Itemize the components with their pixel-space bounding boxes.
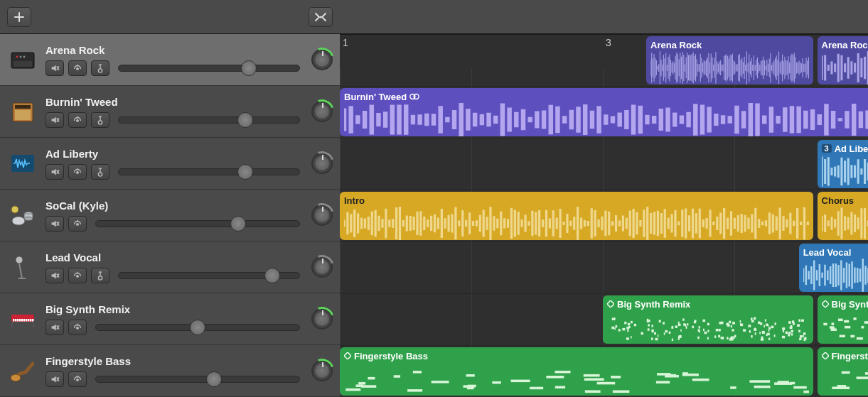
svg-rect-129 <box>707 330 709 332</box>
track-name: Burnin' Tweed <box>45 96 304 108</box>
svg-rect-163 <box>759 332 761 335</box>
track-lane-arena-rock[interactable]: Arena RockArena Rock #01.2 <box>340 35 868 87</box>
svg-point-6 <box>76 67 79 70</box>
track-lane-big-synth[interactable]: Big Synth RemixBig Synth Remix <box>340 294 868 346</box>
region[interactable]: Big Synth Remix <box>818 295 868 344</box>
volume-slider[interactable] <box>118 168 300 175</box>
track-lane-socal-kyle[interactable]: IntroChorus <box>340 190 868 242</box>
volume-thumb[interactable] <box>237 112 253 128</box>
rec-button[interactable] <box>91 164 109 180</box>
solo-button[interactable] <box>68 268 87 283</box>
region[interactable]: Chorus <box>818 192 868 240</box>
svg-rect-183 <box>751 320 754 323</box>
svg-rect-73 <box>675 325 677 328</box>
volume-thumb[interactable] <box>206 371 222 387</box>
svg-rect-89 <box>663 322 665 325</box>
svg-rect-70 <box>765 319 766 322</box>
svg-point-5 <box>23 56 26 58</box>
svg-rect-348 <box>793 386 806 389</box>
mute-button[interactable] <box>45 60 64 76</box>
mute-button[interactable] <box>45 371 64 387</box>
svg-rect-35 <box>32 319 33 322</box>
mute-button[interactable] <box>45 320 64 335</box>
pan-knob[interactable] <box>311 49 333 70</box>
volume-slider[interactable] <box>118 272 300 279</box>
track-lane-ad-liberty[interactable]: 3Ad Liberty: Prise 3 (3 prises) <box>340 138 868 190</box>
track-header-ad-liberty[interactable]: Ad Liberty <box>0 138 340 190</box>
pan-knob[interactable] <box>311 101 333 122</box>
svg-point-15 <box>98 172 102 175</box>
volume-thumb[interactable] <box>230 216 246 232</box>
track-lane-burnin-tweed[interactable]: Burnin' Tweed <box>340 87 868 138</box>
svg-rect-138 <box>687 323 688 326</box>
region[interactable]: Fingerstyle Bass <box>340 347 813 396</box>
svg-rect-68 <box>731 325 732 328</box>
svg-point-4 <box>20 56 22 58</box>
waveform <box>803 259 868 292</box>
svg-rect-289 <box>838 319 843 322</box>
mute-button[interactable] <box>45 112 64 128</box>
svg-rect-167 <box>791 330 793 333</box>
region[interactable]: Burnin' Tweed <box>340 88 868 136</box>
region[interactable]: Lead Vocal <box>799 244 868 292</box>
pan-knob[interactable] <box>311 205 333 226</box>
mute-button[interactable] <box>45 216 64 232</box>
track-lane-lead-vocal[interactable]: Lead VocalLead <box>340 242 868 294</box>
solo-button[interactable] <box>68 164 87 180</box>
track-header-fingerstyle-bass[interactable]: Fingerstyle Bass <box>0 345 340 397</box>
rec-button[interactable] <box>91 112 109 128</box>
volume-slider[interactable] <box>95 376 300 383</box>
region-label: Big Synth Remix <box>832 299 868 310</box>
svg-rect-175 <box>626 337 629 340</box>
region[interactable]: 3Ad Liberty: Prise 3 (3 prises) <box>818 140 868 188</box>
svg-rect-61 <box>751 317 753 320</box>
take-badge: 3 <box>822 144 832 153</box>
solo-button[interactable] <box>68 60 87 76</box>
pan-knob[interactable] <box>311 256 333 278</box>
svg-rect-141 <box>707 323 709 326</box>
plus-icon <box>14 12 24 22</box>
svg-rect-247 <box>850 335 854 338</box>
solo-button[interactable] <box>68 371 87 387</box>
volume-thumb[interactable] <box>241 60 257 76</box>
solo-button[interactable] <box>68 112 87 128</box>
filter-button[interactable] <box>309 7 333 27</box>
track-header-arena-rock[interactable]: Arena Rock <box>0 34 340 86</box>
solo-button[interactable] <box>68 216 87 232</box>
region[interactable]: Intro <box>340 192 813 240</box>
mute-button[interactable] <box>45 268 64 283</box>
region[interactable]: Arena Rock #01.2 <box>818 36 868 85</box>
waveform <box>650 51 809 85</box>
pan-knob[interactable] <box>311 153 333 174</box>
add-track-button[interactable] <box>7 7 31 27</box>
volume-slider[interactable] <box>118 116 300 124</box>
solo-button[interactable] <box>68 320 87 335</box>
svg-point-23 <box>76 274 79 277</box>
volume-slider[interactable] <box>118 65 300 72</box>
region[interactable]: Fingerstyle Bass <box>818 347 868 396</box>
pan-knob[interactable] <box>311 360 333 381</box>
volume-thumb[interactable] <box>190 320 205 335</box>
track-lane-fingerstyle-bass[interactable]: Fingerstyle BassFingerstyle Bass <box>340 346 868 397</box>
track-name: Arena Rock <box>45 44 304 56</box>
track-header-burnin-tweed[interactable]: Burnin' Tweed <box>0 86 340 138</box>
track-header-socal-kyle[interactable]: SoCal (Kyle) <box>0 190 340 241</box>
mute-button[interactable] <box>45 164 64 180</box>
volume-slider[interactable] <box>95 220 300 227</box>
diamond-icon <box>607 300 614 308</box>
region[interactable]: Big Synth Remix <box>603 295 813 344</box>
svg-rect-146 <box>740 323 741 326</box>
rec-button[interactable] <box>91 60 109 76</box>
pan-knob[interactable] <box>311 308 333 330</box>
volume-thumb[interactable] <box>264 268 280 283</box>
track-header-big-synth[interactable]: Big Synth Remix <box>0 293 340 345</box>
svg-rect-115 <box>692 326 694 329</box>
rec-button[interactable] <box>91 268 109 283</box>
volume-thumb[interactable] <box>237 164 253 180</box>
timeline-area[interactable]: 1357 Arena RockArena Rock #01.2Burnin' T… <box>340 34 868 397</box>
svg-rect-79 <box>743 329 746 332</box>
volume-slider[interactable] <box>95 324 300 331</box>
track-header-lead-vocal[interactable]: Lead Vocal <box>0 241 340 293</box>
region[interactable]: Arena Rock <box>646 36 813 85</box>
svg-rect-148 <box>782 327 785 330</box>
